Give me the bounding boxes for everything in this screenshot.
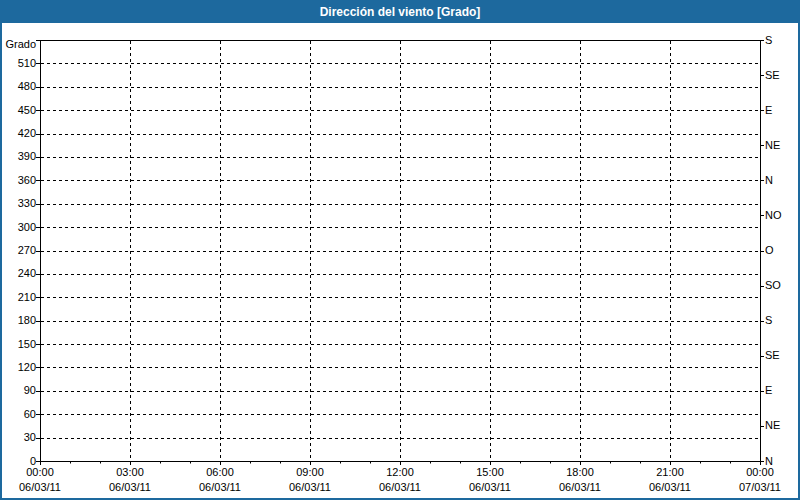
- x-axis-date-label: 07/03/11: [725, 481, 795, 494]
- y-axis-right-label: SE: [765, 69, 780, 82]
- y-axis-left-label: 60: [2, 408, 36, 421]
- y-axis-left-label: 240: [2, 267, 36, 280]
- x-axis-date-label: 06/03/11: [95, 481, 165, 494]
- x-axis-time-label: 18:00: [548, 466, 612, 479]
- y-axis-right-label: NO: [765, 209, 782, 222]
- x-axis-time-label: 15:00: [458, 466, 522, 479]
- x-axis-time-label: 12:00: [368, 466, 432, 479]
- y-axis-right-label: O: [765, 244, 774, 257]
- y-axis-right-label: N: [765, 174, 773, 187]
- y-axis-left-label: 210: [2, 291, 36, 304]
- x-axis-date-label: 06/03/11: [545, 481, 615, 494]
- y-axis-left-label: 450: [2, 104, 36, 117]
- y-axis-left-label: 480: [2, 80, 36, 93]
- y-axis-left-label: 180: [2, 314, 36, 327]
- y-axis-left-label: 90: [2, 384, 36, 397]
- y-axis-right-label: E: [765, 104, 772, 117]
- y-axis-right-label: SE: [765, 349, 780, 362]
- y-axis-left-label: 270: [2, 244, 36, 257]
- y-axis-left-label: 420: [2, 127, 36, 140]
- x-axis-time-label: 21:00: [638, 466, 702, 479]
- y-axis-left-label: 30: [2, 431, 36, 444]
- x-axis-time-label: 00:00: [8, 466, 72, 479]
- y-axis-right-label: S: [765, 34, 772, 47]
- y-axis-right-label: S: [765, 314, 772, 327]
- x-axis-time-label: 00:00: [728, 466, 792, 479]
- y-axis-left-label: 390: [2, 150, 36, 163]
- y-axis-left-label: 300: [2, 221, 36, 234]
- x-axis-date-label: 06/03/11: [5, 481, 75, 494]
- y-axis-left-label: 360: [2, 174, 36, 187]
- y-axis-left-label: 330: [2, 197, 36, 210]
- y-axis-right-label: NE: [765, 419, 780, 432]
- chart-window: Dirección del viento [Grado] Grado030609…: [0, 0, 800, 500]
- chart-canvas: [2, 2, 798, 498]
- y-axis-right-label: NE: [765, 139, 780, 152]
- x-axis-time-label: 06:00: [188, 466, 252, 479]
- x-axis-time-label: 03:00: [98, 466, 162, 479]
- y-axis-left-label: 150: [2, 338, 36, 351]
- x-axis-time-label: 09:00: [278, 466, 342, 479]
- y-axis-right-label: SO: [765, 279, 781, 292]
- x-axis-date-label: 06/03/11: [635, 481, 705, 494]
- x-axis-date-label: 06/03/11: [185, 481, 255, 494]
- y-axis-unit-label: Grado: [2, 38, 36, 51]
- y-axis-right-label: E: [765, 384, 772, 397]
- x-axis-date-label: 06/03/11: [455, 481, 525, 494]
- y-axis-left-label: 120: [2, 361, 36, 374]
- x-axis-date-label: 06/03/11: [365, 481, 435, 494]
- x-axis-date-label: 06/03/11: [275, 481, 345, 494]
- y-axis-left-label: 510: [2, 57, 36, 70]
